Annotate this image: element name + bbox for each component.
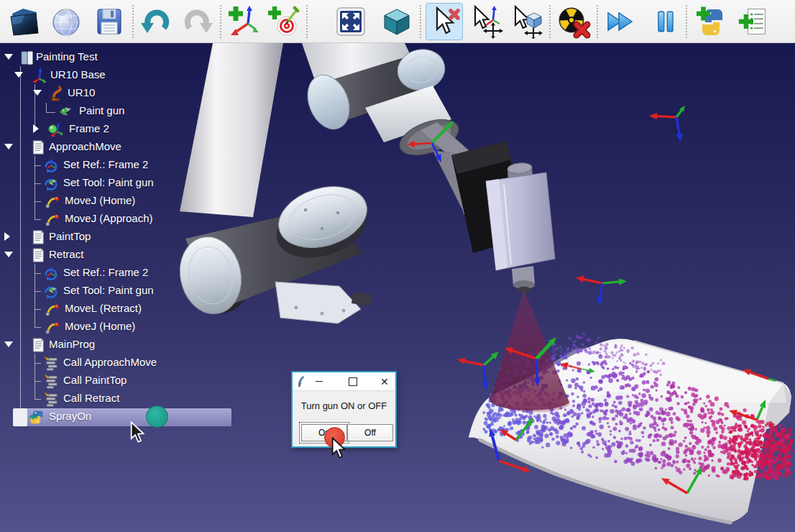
add-program-icon: [737, 4, 769, 39]
toolbar-isometric-view-button[interactable]: [378, 3, 415, 40]
redo-icon: [180, 4, 214, 39]
fit-screen-icon: [334, 4, 368, 39]
movej-icon: [45, 319, 60, 335]
gun-icon: [58, 104, 73, 119]
tree-expander-open[interactable]: [14, 72, 23, 78]
toolbar-move-reference-tool-button[interactable]: [467, 3, 505, 40]
toolbar-add-python-program-button[interactable]: [693, 3, 730, 40]
tree-item-movej-approach-[interactable]: MoveJ (Approach): [0, 211, 302, 228]
toolbar-separator: [420, 5, 421, 38]
dialog-maximize-button[interactable]: [349, 377, 357, 386]
tree-item-movej-home-[interactable]: MoveJ (Home): [0, 318, 302, 336]
tree-item-label: Call ApproachMove: [63, 356, 157, 368]
toolbar-separator: [306, 5, 308, 38]
prog-icon: [30, 247, 46, 263]
toolbar-open-online-library-button[interactable]: [47, 3, 85, 40]
tree-item-label: Set Tool: Paint gun: [63, 176, 154, 188]
tree-expander-open[interactable]: [4, 144, 13, 150]
call-icon: [43, 373, 59, 389]
iso-cube-icon: [380, 4, 414, 39]
tree-item-label: UR10 Base: [50, 68, 106, 81]
axis-arrow: [536, 359, 537, 379]
gun-off-button[interactable]: Off: [347, 424, 393, 441]
mouse-cursor-dialog: [331, 437, 347, 460]
globe-icon: [49, 4, 83, 39]
tree-expander-open[interactable]: [4, 54, 13, 60]
tree-item-label: ApproachMove: [49, 140, 121, 152]
prog-icon: [30, 229, 46, 245]
toolbar-fast-simulation-button[interactable]: [601, 3, 638, 40]
tree-item-label: MoveL (Retract): [65, 302, 142, 314]
axis-arrow: [657, 116, 676, 117]
tree-item-label: Set Ref.: Frame 2: [63, 266, 148, 278]
tree-item-label: MoveJ (Home): [65, 194, 135, 206]
toolbar-separator: [220, 5, 221, 38]
call-icon: [43, 391, 59, 407]
toolbar-select-tool-button[interactable]: [426, 3, 463, 40]
axis-arrow: [415, 143, 432, 144]
toolbar-undo-button[interactable]: [138, 3, 175, 40]
tree-item-painttop[interactable]: PaintTop: [0, 229, 302, 246]
tree-item-retract[interactable]: Retract: [0, 247, 302, 264]
tree-item-set-tool-paint-gun[interactable]: Set Tool: Paint gun: [0, 175, 302, 192]
tree-item-frame-2[interactable]: Frame 2: [0, 121, 302, 138]
tree-item-movej-home-[interactable]: MoveJ (Home): [0, 193, 302, 210]
tree-item-painting-test[interactable]: Painting Test: [0, 49, 302, 66]
tree-expander-open[interactable]: [33, 90, 42, 96]
setref-icon: [43, 265, 59, 281]
cursor-move-obj-icon: [509, 4, 543, 39]
open-folder-icon: [7, 4, 42, 39]
toolbar-separator: [686, 5, 687, 38]
tree-expander-open[interactable]: [4, 341, 13, 347]
toolbar-pause-simulation-button[interactable]: [650, 3, 681, 40]
toolbar-separator: [597, 5, 598, 38]
prog-icon: [30, 139, 46, 155]
dialog-close-button[interactable]: ✕: [380, 377, 389, 387]
toolbar-open-button[interactable]: [6, 3, 43, 40]
tree-click-indicator: [146, 405, 168, 428]
tree-item-ur10[interactable]: UR10: [0, 85, 302, 102]
settool-icon: [43, 283, 59, 299]
station-icon: [19, 50, 35, 65]
tree-expander-closed[interactable]: [4, 232, 10, 241]
tree-item-label: Paint gun: [79, 104, 124, 116]
tree-item-set-ref-frame-2[interactable]: Set Ref.: Frame 2: [0, 157, 302, 174]
tree-item-mainprog[interactable]: MainProg: [0, 336, 302, 354]
tree-item-label: SprayOn: [49, 410, 91, 422]
toolbar-add-target-button[interactable]: [265, 3, 302, 40]
dialog-titlebar[interactable]: ✕: [293, 372, 395, 391]
tree-expander-open[interactable]: [4, 252, 13, 257]
tree-item-call-approachmove[interactable]: Call ApproachMove: [0, 354, 302, 372]
tree-expander-closed[interactable]: [33, 124, 39, 133]
main-toolbar: [0, 0, 795, 43]
tree-item-ur10-base[interactable]: UR10 Base: [0, 67, 302, 84]
tree-item-set-ref-frame-2[interactable]: Set Ref.: Frame 2: [0, 265, 302, 282]
toolbar-save-station-button[interactable]: [91, 3, 128, 40]
tree-item-paint-gun[interactable]: Paint gun: [0, 103, 302, 120]
toolbar-move-object-tool-button[interactable]: [507, 3, 545, 40]
toolbar-check-collisions-off-button[interactable]: [555, 3, 592, 40]
cursor-move-ref-icon: [469, 4, 503, 39]
tree-item-call-painttop[interactable]: Call PaintTop: [0, 372, 302, 390]
robot-icon: [49, 86, 65, 101]
settool-icon: [43, 175, 59, 191]
toolbar-separator: [132, 5, 134, 38]
toolbar-add-program-button[interactable]: [737, 3, 769, 40]
tree-item-set-tool-paint-gun[interactable]: Set Tool: Paint gun: [0, 283, 302, 300]
toolbar-add-reference-frame-button[interactable]: [224, 3, 262, 40]
tree-item-label: MoveJ (Approach): [65, 212, 153, 224]
stage: Painting TestUR10 BaseUR10Paint gunFrame…: [0, 43, 795, 532]
dialog-minimize-button[interactable]: [316, 381, 323, 382]
tree-item-approachmove[interactable]: ApproachMove: [0, 139, 302, 156]
ballframe-icon: [47, 121, 63, 137]
toolbar-fit-to-screen-button[interactable]: [332, 3, 369, 40]
tree-item-call-retract[interactable]: Call Retract: [0, 390, 302, 408]
tree-item-movel-retract-[interactable]: MoveL (Retract): [0, 301, 302, 318]
axis-arrow: [484, 365, 485, 382]
frame-icon: [32, 68, 47, 83]
collision-off-icon: [556, 4, 591, 39]
tree-item-label: Frame 2: [69, 122, 109, 134]
prog-icon: [30, 337, 46, 353]
axis-arrow: [602, 282, 619, 283]
toolbar-redo-button[interactable]: [178, 3, 216, 40]
